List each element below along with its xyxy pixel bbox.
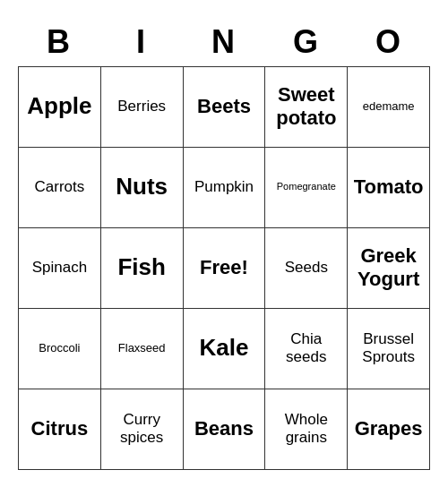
header-letter: O <box>348 18 430 66</box>
bingo-cell: Beets <box>184 67 266 148</box>
header-letter: N <box>183 18 265 66</box>
cell-text: Flaxseed <box>118 341 166 355</box>
cell-text: Carrots <box>35 178 85 196</box>
bingo-cell: Broccoli <box>19 309 101 389</box>
bingo-cell: Spinach <box>19 228 101 309</box>
cell-text: Chia seeds <box>269 330 343 367</box>
bingo-cell: Chia seeds <box>265 309 348 389</box>
bingo-grid: AppleBerriesBeetsSweet potatoedemameCarr… <box>18 66 430 470</box>
cell-text: Pomegranate <box>277 181 336 192</box>
cell-text: Curry spices <box>105 411 179 448</box>
bingo-cell: Grapes <box>348 389 430 470</box>
bingo-cell: Pomegranate <box>265 148 348 228</box>
cell-text: Broccoli <box>39 341 80 355</box>
cell-text: Greek Yogurt <box>351 244 426 292</box>
header-letter: B <box>18 18 100 66</box>
cell-text: Grapes <box>355 417 423 440</box>
bingo-cell: Pumpkin <box>184 148 266 228</box>
bingo-cell: Curry spices <box>101 389 184 470</box>
cell-text: Berries <box>117 98 166 115</box>
bingo-card: BINGO AppleBerriesBeetsSweet potatoedema… <box>18 18 430 470</box>
cell-text: edemame <box>363 99 415 114</box>
bingo-cell: Apple <box>19 67 101 148</box>
bingo-cell: Flaxseed <box>101 309 184 389</box>
bingo-cell: Seeds <box>265 228 348 309</box>
bingo-cell: Nuts <box>101 148 184 228</box>
bingo-cell: Free! <box>184 228 266 309</box>
cell-text: Kale <box>200 334 249 362</box>
bingo-cell: Carrots <box>19 148 101 228</box>
cell-text: Nuts <box>116 173 168 201</box>
cell-text: Beans <box>194 417 254 440</box>
cell-text: Whole grains <box>269 411 343 448</box>
cell-text: Seeds <box>285 259 328 277</box>
cell-text: Beets <box>197 95 251 118</box>
header-letter: I <box>100 18 183 66</box>
cell-text: Apple <box>27 92 91 120</box>
bingo-header: BINGO <box>18 18 430 66</box>
bingo-cell: Berries <box>101 67 184 148</box>
bingo-cell: Whole grains <box>265 389 348 470</box>
header-letter: G <box>265 18 348 66</box>
cell-text: Fish <box>117 253 165 281</box>
bingo-cell: Beans <box>184 389 266 470</box>
cell-text: Tomato <box>354 175 424 199</box>
cell-text: Citrus <box>31 417 89 440</box>
bingo-cell: Greek Yogurt <box>348 228 430 309</box>
cell-text: Spinach <box>32 259 87 277</box>
bingo-cell: edemame <box>348 67 430 148</box>
cell-text: Pumpkin <box>194 178 254 196</box>
bingo-cell: Kale <box>184 309 266 389</box>
cell-text: Sweet potato <box>269 83 343 131</box>
cell-text: Brussel Sprouts <box>351 330 426 367</box>
bingo-cell: Citrus <box>19 389 101 470</box>
bingo-cell: Tomato <box>348 148 430 228</box>
cell-text: Free! <box>200 256 248 279</box>
bingo-cell: Fish <box>101 228 184 309</box>
bingo-cell: Sweet potato <box>265 67 348 148</box>
bingo-cell: Brussel Sprouts <box>348 309 430 389</box>
